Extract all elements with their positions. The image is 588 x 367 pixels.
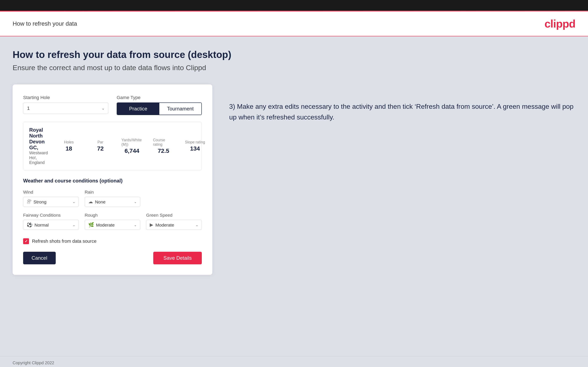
conditions-title: Weather and course conditions (optional) <box>23 178 202 184</box>
rain-group: Rain ☁ None ⌄ <box>85 190 140 207</box>
copyright-text: Copyright Clippd 2022 <box>13 360 54 365</box>
wind-icon: ⛈ <box>27 199 31 204</box>
top-form-row: Starting Hole 1 ⌄ Game Type Practice Tou… <box>23 95 202 115</box>
rough-select-wrapper[interactable]: 🌿 Moderate ⌄ <box>85 220 140 230</box>
wind-label: Wind <box>23 190 79 195</box>
wind-rain-row: Wind ⛈ Strong ⌄ Rain ☁ <box>23 190 202 207</box>
course-name: Royal North Devon GC, <box>29 127 48 150</box>
game-type-buttons: Practice Tournament <box>117 102 202 115</box>
form-panel: Starting Hole 1 ⌄ Game Type Practice Tou… <box>13 84 212 275</box>
green-speed-label: Green Speed <box>146 213 202 218</box>
starting-hole-select-wrapper[interactable]: 1 ⌄ <box>23 102 108 114</box>
fairway-group: Fairway Conditions ⚽ Normal ⌄ <box>23 213 79 230</box>
rain-arrow-icon: ⌄ <box>134 200 137 204</box>
slope-rating-stat: Slope rating 134 <box>185 140 206 152</box>
course-rating-value: 72.5 <box>158 148 169 154</box>
refresh-checkbox[interactable] <box>23 238 29 244</box>
rain-label: Rain <box>85 190 140 195</box>
fairway-icon: ⚽ <box>27 222 32 228</box>
wind-group: Wind ⛈ Strong ⌄ <box>23 190 79 207</box>
green-speed-select[interactable]: Moderate <box>155 223 196 227</box>
header-title: How to refresh your data <box>13 20 77 27</box>
instruction-text: 3) Make any extra edits necessary to the… <box>229 101 575 123</box>
rain-icon: ☁ <box>88 199 93 204</box>
holes-stat: Holes 18 <box>59 140 79 152</box>
wind-select[interactable]: Strong <box>34 200 72 204</box>
content-row: Starting Hole 1 ⌄ Game Type Practice Tou… <box>13 84 575 275</box>
fairway-label: Fairway Conditions <box>23 213 79 218</box>
holes-label: Holes <box>64 140 74 144</box>
par-value: 72 <box>97 145 104 152</box>
starting-hole-group: Starting Hole 1 ⌄ <box>23 95 108 115</box>
holes-value: 18 <box>66 145 72 152</box>
starting-hole-select[interactable]: 1 <box>23 103 108 114</box>
yards-value: 6,744 <box>125 148 139 154</box>
fairway-select[interactable]: Normal <box>35 223 72 227</box>
fairway-select-wrapper[interactable]: ⚽ Normal ⌄ <box>23 220 79 230</box>
green-speed-icon: ▶ <box>150 222 153 228</box>
top-bar <box>0 0 588 12</box>
par-label: Par <box>97 140 104 144</box>
par-stat: Par 72 <box>90 140 111 152</box>
green-speed-group: Green Speed ▶ Moderate ⌄ <box>146 213 202 230</box>
slope-rating-label: Slope rating <box>185 140 205 144</box>
fairway-arrow-icon: ⌄ <box>72 223 75 227</box>
course-info-row: Royal North Devon GC, Westward Ho!, Engl… <box>29 127 196 165</box>
rain-select-wrapper[interactable]: ☁ None ⌄ <box>85 197 140 207</box>
rough-arrow-icon: ⌄ <box>134 223 137 227</box>
wind-select-wrapper[interactable]: ⛈ Strong ⌄ <box>23 197 79 207</box>
green-speed-select-wrapper[interactable]: ▶ Moderate ⌄ <box>146 220 202 230</box>
refresh-checkbox-label: Refresh shots from data source <box>32 239 96 244</box>
slope-rating-value: 134 <box>190 145 200 152</box>
course-location: Westward Ho!, England <box>29 150 48 165</box>
tournament-button[interactable]: Tournament <box>159 103 202 115</box>
course-rating-stat: Course rating 72.5 <box>153 138 174 154</box>
game-type-group: Game Type Practice Tournament <box>117 95 202 115</box>
rain-select[interactable]: None <box>95 200 134 204</box>
practice-button[interactable]: Practice <box>117 103 159 115</box>
fairway-rough-green-row: Fairway Conditions ⚽ Normal ⌄ Rough 🌿 <box>23 213 202 230</box>
instruction-panel: 3) Make any extra edits necessary to the… <box>229 84 575 123</box>
refresh-checkbox-row: Refresh shots from data source <box>23 238 202 244</box>
rough-select[interactable]: Moderate <box>96 223 134 227</box>
green-speed-arrow-icon: ⌄ <box>196 223 198 227</box>
cancel-button[interactable]: Cancel <box>23 252 56 264</box>
page-subheading: Ensure the correct and most up to date d… <box>13 64 575 72</box>
form-actions: Cancel Save Details <box>23 252 202 264</box>
yards-stat: Yards/White (M)) 6,744 <box>121 138 143 154</box>
footer: Copyright Clippd 2022 <box>0 356 588 367</box>
conditions-section: Weather and course conditions (optional)… <box>23 178 202 230</box>
game-type-label: Game Type <box>117 95 202 100</box>
course-info-box: Royal North Devon GC, Westward Ho!, Engl… <box>23 122 202 170</box>
yards-label: Yards/White (M)) <box>121 138 143 147</box>
save-button[interactable]: Save Details <box>153 252 202 264</box>
header: How to refresh your data clippd <box>0 12 588 36</box>
course-name-block: Royal North Devon GC, Westward Ho!, Engl… <box>29 127 48 165</box>
logo: clippd <box>545 17 575 30</box>
course-rating-label: Course rating <box>153 138 174 147</box>
rough-group: Rough 🌿 Moderate ⌄ <box>85 213 140 230</box>
starting-hole-label: Starting Hole <box>23 95 108 100</box>
rough-label: Rough <box>85 213 140 218</box>
wind-arrow-icon: ⌄ <box>72 200 75 204</box>
rough-icon: 🌿 <box>88 222 94 228</box>
main-content: How to refresh your data from source (de… <box>0 36 588 356</box>
page-heading: How to refresh your data from source (de… <box>13 49 575 60</box>
